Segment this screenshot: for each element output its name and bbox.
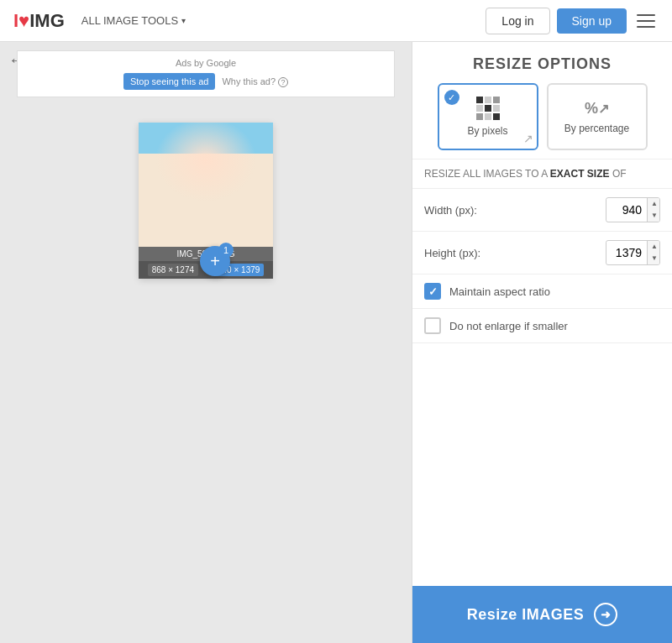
width-down-button[interactable]: ▼ (648, 210, 660, 222)
height-field-row: Height (px): ▲ ▼ (412, 232, 672, 274)
do-not-enlarge-row[interactable]: Do not enlarge if smaller (412, 309, 672, 343)
logo: I♥IMG (13, 10, 65, 32)
height-up-button[interactable]: ▲ (648, 241, 660, 253)
do-not-enlarge-label: Do not enlarge if smaller (449, 320, 568, 332)
nav-label: ALL IMAGE TOOLS (81, 14, 178, 27)
header-right: Log in Sign up (486, 8, 659, 34)
hamburger-line-3 (637, 26, 655, 28)
all-image-tools-nav[interactable]: ALL IMAGE TOOLS ▾ (81, 14, 186, 27)
height-input-wrap: ▲ ▼ (606, 240, 660, 265)
percentage-mode-label: By percentage (564, 123, 629, 134)
width-spinner: ▲ ▼ (647, 198, 660, 222)
image-drop-area[interactable]: IMG_5074.JPG 868 × 1274 → 940 × 1379 1 + (0, 106, 412, 295)
mode-percentage-card[interactable]: % ↗ By percentage (547, 83, 648, 150)
hamburger-line-2 (637, 20, 655, 22)
resize-button[interactable]: Resize IMAGES ➜ (412, 586, 672, 643)
header: I♥IMG ALL IMAGE TOOLS ▾ Log in Sign up (0, 0, 672, 42)
height-down-button[interactable]: ▼ (648, 253, 660, 264)
pixels-mode-label: By pixels (467, 125, 507, 137)
left-panel: ← Ads by Google Stop seeing this ad Why … (0, 42, 412, 643)
pct-arrow-icon: ↗ (598, 101, 609, 117)
pixels-check-icon: ✓ (444, 90, 459, 105)
signup-button[interactable]: Sign up (557, 8, 627, 34)
do-not-enlarge-checkbox[interactable] (424, 317, 441, 334)
exact-size-suffix: OF (612, 168, 627, 180)
why-ad-link[interactable]: Why this ad? ? (222, 76, 288, 87)
exact-size-info: RESIZE ALL IMAGES TO A EXACT SIZE OF (412, 159, 672, 189)
resize-btn-label: Resize IMAGES (467, 606, 585, 624)
maintain-aspect-row[interactable]: ✓ Maintain aspect ratio (412, 274, 672, 309)
maintain-aspect-checkbox[interactable]: ✓ (424, 283, 441, 300)
ad-area: Ads by Google Stop seeing this ad Why th… (17, 50, 395, 97)
width-input-wrap: ▲ ▼ (606, 197, 660, 222)
image-count-badge: 1 (218, 243, 234, 258)
width-field-row: Width (px): ▲ ▼ (412, 189, 672, 232)
maintain-aspect-label: Maintain aspect ratio (449, 285, 550, 298)
plus-icon: + (210, 252, 220, 271)
ad-label: Ads by Google (176, 58, 236, 68)
size-from: 868 × 1274 (148, 264, 198, 276)
resize-arrow-icon: ➜ (594, 603, 617, 626)
photo-simulation (139, 123, 273, 247)
height-label: Height (px): (424, 247, 606, 259)
logo-heart: I♥ (13, 10, 29, 32)
ad-top: Ads by Google (28, 58, 384, 68)
stop-ad-button[interactable]: Stop seeing this ad (123, 73, 216, 90)
exact-size-prefix: RESIZE ALL IMAGES TO A (424, 168, 548, 180)
width-input[interactable] (606, 199, 647, 221)
right-panel: RESIZE OPTIONS ✓ ↗ By pixels (412, 42, 672, 643)
nav-arrow-icon: ▾ (181, 16, 186, 25)
logo-text: IMG (29, 10, 65, 32)
hamburger-menu[interactable] (633, 8, 659, 34)
height-spinner: ▲ ▼ (647, 241, 660, 264)
panel-title: RESIZE OPTIONS (412, 42, 672, 83)
resize-mode-row: ✓ ↗ By pixels % ↗ (412, 83, 672, 159)
info-icon: ? (278, 77, 288, 87)
image-thumbnail (139, 123, 273, 247)
checkbox-check-icon: ✓ (428, 285, 438, 298)
pixels-icon (476, 97, 500, 120)
height-input[interactable] (606, 242, 647, 264)
mode-pixels-card[interactable]: ✓ ↗ By pixels (438, 83, 538, 150)
main-layout: ← Ads by Google Stop seeing this ad Why … (0, 42, 672, 643)
width-up-button[interactable]: ▲ (648, 198, 660, 210)
percentage-icon: % ↗ (585, 100, 609, 118)
exact-size-bold: EXACT SIZE (550, 168, 610, 180)
hamburger-line-1 (637, 14, 655, 16)
width-label: Width (px): (424, 204, 606, 217)
login-button[interactable]: Log in (486, 8, 549, 34)
